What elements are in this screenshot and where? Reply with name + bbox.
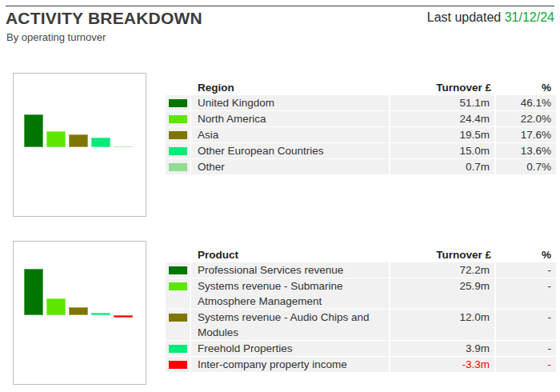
- row-turnover: 19.5m: [390, 127, 494, 142]
- row-percent: 22.0%: [496, 111, 556, 126]
- row-percent: 13.6%: [496, 143, 556, 158]
- legend-swatch-cell: [166, 95, 190, 110]
- chart-bar: [24, 269, 43, 315]
- header-region: Region: [191, 81, 390, 95]
- legend-color-swatch: [169, 314, 187, 322]
- header-swatch-spacer: [166, 81, 191, 95]
- row-turnover: 25.9m: [390, 278, 494, 309]
- row-label: Other European Countries: [191, 143, 389, 158]
- table-row: United Kingdom 51.1m 46.1%: [166, 95, 556, 110]
- row-turnover: 12.0m: [390, 310, 494, 340]
- legend-swatch-cell: [166, 143, 190, 158]
- row-percent: 0.7%: [496, 159, 556, 174]
- row-label: Asia: [191, 127, 389, 142]
- region-table: Region Turnover £ % United Kingdom 51.1m…: [166, 81, 556, 175]
- row-turnover: 15.0m: [390, 143, 494, 158]
- row-turnover: 51.1m: [390, 95, 494, 110]
- legend-color-swatch: [169, 115, 187, 123]
- row-label: Inter-company property income: [191, 357, 389, 372]
- legend-swatch-cell: [166, 278, 190, 309]
- legend-swatch-cell: [166, 111, 190, 126]
- row-turnover: 24.4m: [390, 111, 494, 126]
- row-label: Systems revenue - Audio Chips and Module…: [191, 310, 389, 340]
- legend-color-swatch: [169, 147, 187, 155]
- region-bar-chart: [13, 73, 146, 217]
- chart-bar: [24, 114, 43, 147]
- chart-bar: [91, 138, 110, 147]
- region-table-header: Region Turnover £ %: [166, 81, 556, 95]
- header-swatch-spacer: [166, 248, 191, 262]
- table-row: Systems revenue - Audio Chips and Module…: [166, 310, 556, 340]
- header-product: Product: [191, 248, 390, 262]
- row-label: Professional Services revenue: [191, 262, 389, 278]
- legend-color-swatch: [169, 345, 187, 353]
- product-table-header: Product Turnover £ %: [166, 248, 556, 262]
- page-subtitle: By operating turnover: [6, 31, 106, 43]
- chart-bar: [91, 313, 110, 315]
- product-table: Product Turnover £ % Professional Servic…: [166, 248, 556, 373]
- header-percent: %: [496, 248, 556, 262]
- row-label: Other: [191, 159, 389, 174]
- row-turnover: 0.7m: [390, 159, 494, 174]
- legend-swatch-cell: [166, 341, 190, 356]
- row-turnover: 72.2m: [390, 262, 494, 278]
- row-turnover: 3.9m: [390, 341, 494, 356]
- legend-color-swatch: [169, 266, 187, 274]
- product-bar-chart: [13, 241, 146, 385]
- legend-color-swatch: [169, 131, 187, 139]
- table-row: Asia 19.5m 17.6%: [166, 127, 556, 142]
- table-row: Other 0.7m 0.7%: [166, 159, 556, 174]
- table-row: Other European Countries 15.0m 13.6%: [166, 143, 556, 158]
- chart-bar: [69, 134, 88, 147]
- row-percent: -: [496, 341, 556, 356]
- table-row: Systems revenue - Submarine Atmosphere M…: [166, 278, 556, 309]
- last-updated: Last updated 31/12/24: [427, 10, 554, 25]
- legend-swatch-cell: [166, 127, 190, 142]
- row-label: North America: [191, 111, 389, 126]
- chart-bar: [46, 298, 66, 315]
- table-row: Inter-company property income -3.3m -: [166, 357, 556, 372]
- row-percent: 46.1%: [496, 95, 556, 110]
- header-percent: %: [496, 81, 556, 95]
- legend-swatch-cell: [166, 159, 190, 174]
- row-percent: -: [496, 278, 556, 309]
- row-label: United Kingdom: [191, 95, 389, 110]
- last-updated-date: 31/12/24: [505, 10, 554, 24]
- row-label: Systems revenue - Submarine Atmosphere M…: [191, 278, 389, 309]
- legend-color-swatch: [169, 163, 187, 171]
- row-percent: 17.6%: [496, 127, 556, 142]
- row-turnover: -3.3m: [390, 357, 494, 372]
- legend-color-swatch: [169, 99, 187, 107]
- table-row: Freehold Properties 3.9m -: [166, 341, 556, 356]
- row-percent: -: [496, 357, 556, 372]
- page-title: ACTIVITY BREAKDOWN: [6, 9, 202, 28]
- legend-swatch-cell: [166, 262, 190, 278]
- row-label: Freehold Properties: [191, 341, 389, 356]
- chart-bar: [69, 307, 88, 315]
- row-percent: -: [496, 310, 556, 340]
- header-turnover: Turnover £: [390, 81, 496, 95]
- table-row: Professional Services revenue 72.2m -: [166, 262, 556, 278]
- chart-bar: [114, 146, 133, 147]
- legend-swatch-cell: [166, 310, 190, 340]
- legend-color-swatch: [169, 361, 187, 369]
- top-divider: [6, 6, 554, 6]
- header-turnover: Turnover £: [390, 248, 496, 262]
- row-percent: -: [496, 262, 556, 278]
- table-row: North America 24.4m 22.0%: [166, 111, 556, 126]
- legend-swatch-cell: [166, 357, 190, 372]
- chart-bar: [46, 131, 66, 147]
- chart-bar: [114, 315, 133, 318]
- last-updated-label: Last updated: [427, 10, 502, 24]
- legend-color-swatch: [169, 282, 187, 290]
